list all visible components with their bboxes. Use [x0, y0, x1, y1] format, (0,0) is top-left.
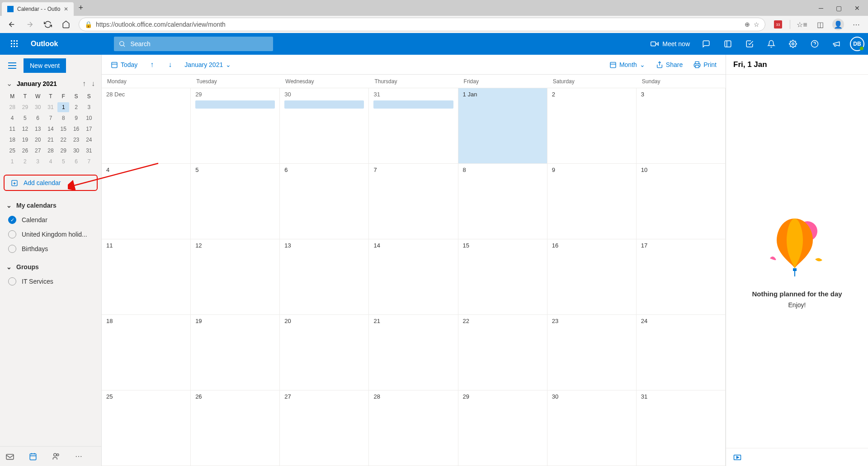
search-box[interactable]: [114, 37, 273, 51]
calendar-event[interactable]: [195, 100, 275, 109]
mail-icon[interactable]: [5, 453, 14, 460]
calendar-cell[interactable]: 26: [191, 390, 280, 466]
mini-cal-day[interactable]: 3: [83, 102, 95, 112]
calendar-cell[interactable]: 29: [191, 88, 280, 163]
collections-icon[interactable]: ◫: [812, 17, 828, 32]
mini-cal-day[interactable]: 1: [6, 157, 18, 166]
today-button[interactable]: Today: [109, 58, 139, 71]
calendar-cell[interactable]: 28 Dec: [102, 88, 191, 163]
mini-cal-day[interactable]: 8: [57, 113, 69, 123]
calendar-cell[interactable]: 18: [102, 315, 191, 390]
new-tab-button[interactable]: +: [74, 3, 88, 13]
people-icon[interactable]: [52, 452, 61, 461]
mini-cal-collapse-icon[interactable]: ⌄: [6, 79, 12, 88]
favorite-icon[interactable]: ☆: [754, 21, 760, 28]
mini-cal-day[interactable]: 1: [57, 102, 69, 112]
mini-cal-day[interactable]: 17: [83, 124, 95, 134]
mini-cal-day[interactable]: 28: [6, 102, 18, 112]
mini-cal-day[interactable]: 3: [32, 157, 44, 166]
calendar-cell[interactable]: 20: [280, 315, 369, 390]
maximize-button[interactable]: ▢: [830, 0, 848, 16]
mini-cal-day[interactable]: 5: [19, 113, 31, 123]
mini-cal-day[interactable]: 7: [45, 113, 57, 123]
notifications-icon[interactable]: [760, 33, 782, 55]
mini-cal-day[interactable]: 25: [6, 146, 18, 156]
add-to-url-icon[interactable]: ⊕: [745, 21, 750, 28]
calendar-cell[interactable]: 5: [191, 164, 280, 239]
mini-cal-day[interactable]: 24: [83, 135, 95, 145]
help-icon[interactable]: [804, 33, 826, 55]
profile-button[interactable]: 👤: [830, 17, 846, 32]
mini-cal-day[interactable]: 31: [45, 102, 57, 112]
presentation-icon[interactable]: [733, 454, 741, 461]
refresh-button[interactable]: [40, 17, 56, 32]
mini-cal-day[interactable]: 23: [70, 135, 82, 145]
extension-icon[interactable]: 33: [770, 17, 786, 32]
calendar-cell[interactable]: 30: [280, 88, 369, 163]
prev-period-button[interactable]: ↑: [146, 58, 157, 71]
calendar-item[interactable]: ✓Calendar: [6, 213, 95, 227]
notes-icon[interactable]: [739, 33, 760, 55]
brand-label[interactable]: Outlook: [25, 40, 63, 48]
calendar-cell[interactable]: 22: [458, 315, 547, 390]
calendar-cell[interactable]: 25: [102, 390, 191, 466]
calendar-item[interactable]: United Kingdom holid...: [6, 227, 95, 242]
calendar-checkbox[interactable]: ✓: [8, 216, 16, 224]
calendar-cell[interactable]: 14: [369, 239, 458, 314]
calendar-item[interactable]: Birthdays: [6, 242, 95, 256]
calendar-event[interactable]: [373, 100, 453, 109]
mini-cal-day[interactable]: 21: [45, 135, 57, 145]
mini-cal-day[interactable]: 11: [6, 124, 18, 134]
mini-cal-day[interactable]: 30: [70, 146, 82, 156]
mini-cal-day[interactable]: 20: [32, 135, 44, 145]
calendar-cell[interactable]: 4: [102, 164, 191, 239]
mini-cal-day[interactable]: 31: [83, 146, 95, 156]
mini-cal-day[interactable]: 9: [70, 113, 82, 123]
calendar-cell[interactable]: 1 Jan: [458, 88, 547, 163]
browser-tab[interactable]: Calendar - - Outlo ✕: [2, 2, 74, 16]
mini-cal-day[interactable]: 16: [70, 124, 82, 134]
forward-button[interactable]: [22, 17, 38, 32]
mini-cal-day[interactable]: 22: [57, 135, 69, 145]
calendar-cell[interactable]: 8: [458, 164, 547, 239]
calendar-checkbox[interactable]: [8, 277, 16, 285]
calendar-icon[interactable]: [29, 452, 37, 461]
mini-cal-day[interactable]: 2: [19, 157, 31, 166]
print-button[interactable]: Print: [692, 58, 718, 71]
home-button[interactable]: [58, 17, 74, 32]
mini-cal-day[interactable]: 26: [19, 146, 31, 156]
calendar-cell[interactable]: 24: [637, 315, 726, 390]
mini-cal-day[interactable]: 13: [32, 124, 44, 134]
hamburger-icon[interactable]: [5, 60, 19, 71]
my-day-icon[interactable]: [717, 33, 739, 55]
view-switcher[interactable]: Month ⌄: [608, 58, 647, 71]
calendar-cell[interactable]: 28: [369, 390, 458, 466]
more-icon[interactable]: ⋯: [75, 452, 82, 461]
settings-menu-button[interactable]: ⋯: [848, 17, 864, 32]
mini-cal-day[interactable]: 28: [45, 146, 57, 156]
calendar-cell[interactable]: 2: [547, 88, 637, 163]
mini-cal-day[interactable]: 6: [32, 113, 44, 123]
user-avatar[interactable]: DB: [850, 37, 864, 51]
mini-cal-day[interactable]: 15: [57, 124, 69, 134]
calendar-cell[interactable]: 19: [191, 315, 280, 390]
announce-icon[interactable]: [826, 33, 847, 55]
calendar-cell[interactable]: 16: [547, 239, 637, 314]
mini-cal-day[interactable]: 6: [70, 157, 82, 166]
url-bar[interactable]: 🔒 https://outlook.office.com/calendar/vi…: [79, 18, 765, 31]
calendar-cell[interactable]: 31: [369, 88, 458, 163]
mini-cal-title[interactable]: January 2021: [17, 80, 82, 87]
tab-close-icon[interactable]: ✕: [64, 6, 68, 12]
calendar-cell[interactable]: 11: [102, 239, 191, 314]
favorites-icon[interactable]: ☆≡: [794, 17, 810, 32]
mini-cal-day[interactable]: 4: [6, 113, 18, 123]
calendar-cell[interactable]: 21: [369, 315, 458, 390]
calendar-checkbox[interactable]: [8, 245, 16, 253]
mini-cal-day[interactable]: 12: [19, 124, 31, 134]
mini-cal-day[interactable]: 14: [45, 124, 57, 134]
new-event-button[interactable]: New event: [24, 58, 66, 73]
mini-cal-day[interactable]: 29: [19, 102, 31, 112]
mini-cal-day[interactable]: 19: [19, 135, 31, 145]
calendar-cell[interactable]: 3: [637, 88, 726, 163]
calendar-cell[interactable]: 7: [369, 164, 458, 239]
